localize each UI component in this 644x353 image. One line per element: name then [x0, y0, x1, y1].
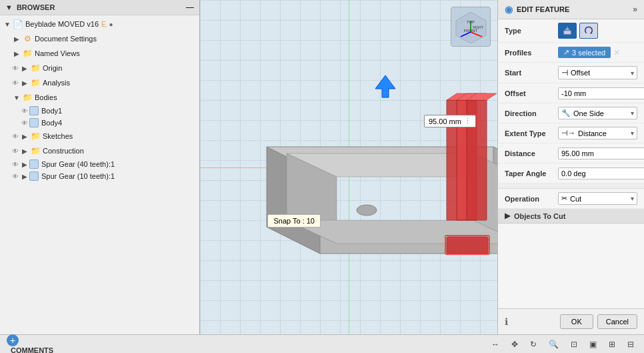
- start-dropdown-content: ⊣ Offset: [561, 68, 590, 77]
- type-btn-extrude[interactable]: [558, 23, 577, 39]
- objects-to-cut-section[interactable]: ▶ Objects To Cut: [498, 209, 644, 224]
- body1-icon: [29, 106, 39, 115]
- tree-item-bodies[interactable]: ▼ 📁 Bodies: [0, 90, 199, 105]
- dimension-menu[interactable]: ⋮: [464, 117, 471, 125]
- direction-dropdown[interactable]: 🔧 One Side ▾: [558, 107, 637, 119]
- row-type: Type: [498, 19, 644, 43]
- arrow-spur40[interactable]: ▶: [20, 161, 29, 168]
- eye-sketches[interactable]: 👁: [12, 133, 19, 140]
- main-area: ▼ BROWSER — ▼ 📄 Beyblade MOVED v16 E. ●: [0, 0, 644, 334]
- svg-rect-25: [564, 31, 571, 34]
- svg-point-8: [357, 205, 377, 216]
- distance-input[interactable]: [558, 147, 644, 159]
- row-start: Start ⊣ Offset ▾: [498, 63, 644, 83]
- svg-marker-26: [565, 27, 570, 30]
- ok-button[interactable]: OK: [560, 314, 593, 329]
- row-distance: Distance: [498, 143, 644, 163]
- tree-item-spur10[interactable]: 👁 ▶ Spur Gear (10 teeth):1: [0, 170, 199, 182]
- direction-icon: 🔧: [561, 109, 571, 117]
- grid-tool[interactable]: ⊞: [605, 338, 619, 351]
- browser-minimize-icon[interactable]: —: [186, 3, 194, 12]
- eye-construction[interactable]: 👁: [12, 147, 19, 155]
- label-origin: Origin: [43, 64, 62, 72]
- arrow-origin[interactable]: ▶: [20, 65, 29, 72]
- zoom-tool[interactable]: 🔍: [545, 338, 562, 351]
- selected-count: 3 selected: [572, 49, 605, 57]
- arrow-sketches[interactable]: ▶: [20, 133, 29, 140]
- direction-arrow: [372, 72, 399, 101]
- add-comment-button[interactable]: +: [7, 334, 19, 346]
- display-tool[interactable]: ▣: [586, 338, 600, 351]
- panel-footer: ℹ OK Cancel: [498, 308, 644, 334]
- tree-item-origin[interactable]: 👁 ▶ 📁 Origin: [0, 61, 199, 75]
- arrow-bodies[interactable]: ▼: [12, 94, 21, 101]
- feature-icon: ◉: [505, 4, 513, 15]
- nav-cube[interactable]: TOP FRONT RIGHT: [451, 7, 491, 47]
- selected-badge[interactable]: ↗ 3 selected: [558, 47, 611, 58]
- label-doc-settings: Document Settings: [35, 35, 97, 43]
- orbit-tool[interactable]: ↻: [527, 338, 540, 351]
- cut-icon: ✂: [561, 194, 567, 203]
- eye-body4[interactable]: 👁: [21, 119, 28, 127]
- arrow-beyblade[interactable]: ▼: [3, 21, 12, 28]
- spacer: [498, 184, 644, 189]
- eye-analysis[interactable]: 👁: [12, 79, 19, 87]
- label-spur10: Spur Gear (10 teeth):1: [41, 172, 115, 180]
- eye-spur10[interactable]: 👁: [12, 173, 19, 180]
- type-btn-revolve[interactable]: [579, 23, 598, 39]
- viewport[interactable]: 95.00 mm ⋮ Snap To : 10 TOP FRONT RIGHT: [200, 0, 497, 334]
- app-container: ▼ BROWSER — ▼ 📄 Beyblade MOVED v16 E. ●: [0, 0, 644, 353]
- label-bodies: Bodies: [35, 93, 57, 101]
- panel-header-left: ◉ EDIT FEATURE: [505, 4, 569, 15]
- edit-feature-panel: ◉ EDIT FEATURE » Type Pro: [497, 0, 644, 334]
- extent-dropdown[interactable]: ⊣→ Distance ▾: [558, 127, 637, 139]
- tree-item-construction[interactable]: 👁 ▶ 📁 Construction: [0, 143, 199, 158]
- tree-item-analysis[interactable]: 👁 ▶ 📁 Analysis: [0, 75, 199, 90]
- arrow-analysis[interactable]: ▶: [20, 79, 29, 87]
- taper-input[interactable]: [558, 167, 644, 180]
- row-direction: Direction 🔧 One Side ▾: [498, 103, 644, 123]
- tree-item-body4[interactable]: 👁 Body4: [0, 117, 199, 129]
- tree-item-sketches[interactable]: 👁 ▶ 📁 Sketches: [0, 129, 199, 143]
- browser-collapse-icon[interactable]: ▼: [5, 3, 13, 11]
- eye-body1[interactable]: 👁: [21, 107, 28, 115]
- taper-label: Taper Angle: [505, 169, 558, 178]
- tree-item-spur40[interactable]: 👁 ▶ Spur Gear (40 teeth):1: [0, 158, 199, 170]
- operation-dropdown[interactable]: ✂ Cut ▾: [558, 192, 637, 205]
- label-body4: Body4: [41, 119, 62, 127]
- pan-tool[interactable]: ✥: [508, 338, 521, 351]
- type-value: [558, 23, 637, 39]
- eye-spur40[interactable]: 👁: [12, 161, 19, 168]
- bottom-bar: + COMMENTS ↔ ✥ ↻ 🔍 ⊡ ▣ ⊞ ⊟: [0, 334, 644, 353]
- direction-value: 🔧 One Side ▾: [558, 107, 637, 119]
- tree-item-beyblade[interactable]: ▼ 📄 Beyblade MOVED v16 E. ●: [0, 17, 199, 31]
- arrow-spur10[interactable]: ▶: [20, 173, 29, 180]
- arrow-named-views[interactable]: ▶: [12, 50, 21, 57]
- clear-selection-btn[interactable]: ✕: [613, 48, 620, 57]
- offset-input[interactable]: [558, 87, 644, 99]
- tree-item-named-views[interactable]: ▶ 📁 Named Views: [0, 46, 199, 61]
- eye-origin[interactable]: 👁: [12, 65, 19, 72]
- profiles-value: ↗ 3 selected ✕: [558, 47, 637, 58]
- label-body1: Body1: [41, 107, 62, 115]
- arrow-doc-settings[interactable]: ▶: [12, 35, 21, 43]
- navigate-tool[interactable]: ↔: [488, 338, 503, 351]
- operation-value: ✂ Cut ▾: [558, 192, 637, 205]
- info-icon[interactable]: ℹ: [505, 316, 508, 327]
- panel-expand-icon[interactable]: »: [633, 5, 637, 14]
- distance-value: [558, 147, 644, 159]
- start-dropdown[interactable]: ⊣ Offset ▾: [558, 66, 637, 79]
- folder-icon-sketches: 📁: [29, 130, 41, 142]
- start-label: Start: [505, 69, 558, 77]
- grid-tool-2[interactable]: ⊟: [624, 338, 637, 351]
- cancel-button[interactable]: Cancel: [597, 314, 637, 329]
- arrow-construction[interactable]: ▶: [20, 147, 29, 155]
- fit-tool[interactable]: ⊡: [567, 338, 581, 351]
- tree-item-doc-settings[interactable]: ▶ ⚙ Document Settings: [0, 31, 199, 46]
- extent-value: ⊣→ Distance ▾: [558, 127, 637, 139]
- tree-item-body1[interactable]: 👁 Body1: [0, 105, 199, 117]
- row-operation: Operation ✂ Cut ▾: [498, 189, 644, 209]
- objects-section-arrow: ▶: [505, 212, 510, 220]
- spur10-icon: [29, 171, 39, 181]
- doc-icon: 📄: [12, 18, 24, 30]
